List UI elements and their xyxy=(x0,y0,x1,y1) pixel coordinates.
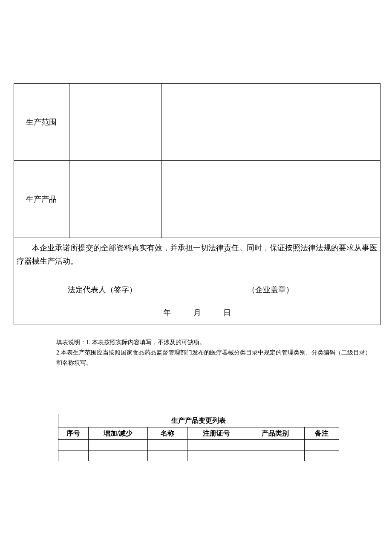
date-day: 日 xyxy=(223,308,231,317)
signature-company-seal: （企业盖章） xyxy=(248,285,294,295)
instruction-line-1: 填表说明：1. 本表按照实际内容填写，不涉及的可缺项。 xyxy=(56,337,372,348)
commitment-cell: 本企业承诺所提交的全部资料真实有效，并承担一切法律责任。同时，保证按照法律法规的… xyxy=(14,238,380,325)
change-table-title-row: 生产产品变更列表 xyxy=(58,414,339,427)
col-header-remark: 备注 xyxy=(305,427,339,440)
cell-category[interactable] xyxy=(246,440,305,450)
cell-reg-number[interactable] xyxy=(187,450,246,461)
cell-scope-right[interactable] xyxy=(161,84,380,161)
row-commitment: 本企业承诺所提交的全部资料真实有效，并承担一切法律责任。同时，保证按照法律法规的… xyxy=(14,238,380,325)
cell-category[interactable] xyxy=(246,450,305,461)
commitment-text: 本企业承诺所提交的全部资料真实有效，并承担一切法律责任。同时，保证按照法律法规的… xyxy=(17,241,378,267)
signature-row: 法定代表人（签字） （企业盖章） xyxy=(17,285,378,295)
row-production-scope: 生产范围 xyxy=(14,84,380,161)
instructions-block: 填表说明：1. 本表按照实际内容填写，不涉及的可缺项。 2.本表生产范围应当按照… xyxy=(56,337,372,368)
col-header-reg-number: 注册证号 xyxy=(187,427,246,440)
table-row xyxy=(58,440,339,450)
cell-add-remove[interactable] xyxy=(89,440,148,450)
col-header-category: 产品类别 xyxy=(246,427,305,440)
cell-product-mid[interactable] xyxy=(69,161,161,238)
cell-product-right[interactable] xyxy=(161,161,380,238)
date-year: 年 xyxy=(163,308,171,317)
signature-legal-rep: 法定代表人（签字） xyxy=(68,285,137,295)
change-table-title: 生产产品变更列表 xyxy=(58,414,339,427)
cell-add-remove[interactable] xyxy=(89,450,148,461)
label-production-scope: 生产范围 xyxy=(14,84,69,161)
document-page: 生产范围 生产产品 本企业承诺所提交的全部资料真实有效，并承担一切法律责任。同时… xyxy=(0,0,392,555)
col-header-serial: 序号 xyxy=(58,427,89,440)
change-list-table: 生产产品变更列表 序号 增加/减少 名称 注册证号 产品类别 备注 xyxy=(58,414,339,461)
date-row: 年 月 日 xyxy=(17,308,378,318)
date-month: 月 xyxy=(193,308,201,317)
cell-serial[interactable] xyxy=(58,450,89,461)
cell-remark[interactable] xyxy=(305,450,339,461)
instruction-line-2: 2.本表生产范围应当按照国家食品药品监督管理部门发布的医疗器械分类目录中规定的管… xyxy=(56,348,372,368)
cell-name[interactable] xyxy=(148,450,187,461)
row-production-product: 生产产品 xyxy=(14,161,380,238)
col-header-add-remove: 增加/减少 xyxy=(89,427,148,440)
cell-reg-number[interactable] xyxy=(187,440,246,450)
main-form-table: 生产范围 生产产品 本企业承诺所提交的全部资料真实有效，并承担一切法律责任。同时… xyxy=(14,83,380,325)
col-header-name: 名称 xyxy=(148,427,187,440)
cell-remark[interactable] xyxy=(305,440,339,450)
label-production-product: 生产产品 xyxy=(14,161,69,238)
cell-name[interactable] xyxy=(148,440,187,450)
cell-serial[interactable] xyxy=(58,440,89,450)
cell-scope-mid[interactable] xyxy=(69,84,161,161)
change-table-header-row: 序号 增加/减少 名称 注册证号 产品类别 备注 xyxy=(58,427,339,440)
table-row xyxy=(58,450,339,461)
